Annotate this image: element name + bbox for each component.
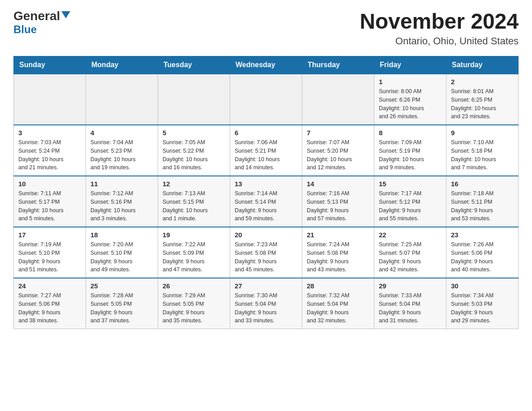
- day-number: 16: [451, 180, 514, 188]
- calendar-week-2: 10Sunrise: 7:11 AM Sunset: 5:17 PM Dayli…: [14, 176, 519, 227]
- day-info: Sunrise: 7:23 AM Sunset: 5:08 PM Dayligh…: [235, 240, 297, 274]
- day-info: Sunrise: 7:34 AM Sunset: 5:03 PM Dayligh…: [451, 291, 514, 325]
- day-info: Sunrise: 7:10 AM Sunset: 5:18 PM Dayligh…: [451, 138, 514, 172]
- calendar-cell: 4Sunrise: 7:04 AM Sunset: 5:23 PM Daylig…: [86, 125, 158, 176]
- calendar-cell: 24Sunrise: 7:27 AM Sunset: 5:06 PM Dayli…: [14, 278, 86, 329]
- day-number: 6: [235, 129, 297, 137]
- calendar-cell: 17Sunrise: 7:19 AM Sunset: 5:10 PM Dayli…: [14, 227, 86, 278]
- day-number: 28: [307, 282, 369, 290]
- day-info: Sunrise: 7:27 AM Sunset: 5:06 PM Dayligh…: [18, 291, 81, 325]
- calendar-cell: 10Sunrise: 7:11 AM Sunset: 5:17 PM Dayli…: [14, 176, 86, 227]
- day-info: Sunrise: 7:28 AM Sunset: 5:05 PM Dayligh…: [90, 291, 153, 325]
- day-info: Sunrise: 7:26 AM Sunset: 5:06 PM Dayligh…: [451, 240, 514, 274]
- day-info: Sunrise: 7:05 AM Sunset: 5:22 PM Dayligh…: [163, 138, 225, 172]
- day-number: 10: [18, 180, 81, 188]
- page-title: November 2024: [360, 9, 519, 34]
- calendar-week-3: 17Sunrise: 7:19 AM Sunset: 5:10 PM Dayli…: [14, 227, 519, 278]
- day-number: 22: [379, 231, 442, 239]
- day-info: Sunrise: 7:14 AM Sunset: 5:14 PM Dayligh…: [235, 189, 297, 223]
- calendar-week-1: 3Sunrise: 7:03 AM Sunset: 5:24 PM Daylig…: [14, 125, 519, 176]
- calendar-cell: 28Sunrise: 7:32 AM Sunset: 5:04 PM Dayli…: [302, 278, 374, 329]
- day-number: 1: [379, 78, 442, 86]
- header-wednesday: Wednesday: [230, 56, 302, 74]
- calendar-cell: 15Sunrise: 7:17 AM Sunset: 5:12 PM Dayli…: [374, 176, 446, 227]
- day-info: Sunrise: 7:09 AM Sunset: 5:19 PM Dayligh…: [379, 138, 442, 172]
- day-info: Sunrise: 7:33 AM Sunset: 5:04 PM Dayligh…: [379, 291, 442, 325]
- day-info: Sunrise: 7:18 AM Sunset: 5:11 PM Dayligh…: [451, 189, 514, 223]
- day-number: 7: [307, 129, 369, 137]
- day-info: Sunrise: 8:00 AM Sunset: 6:26 PM Dayligh…: [379, 87, 442, 121]
- calendar-cell: 26Sunrise: 7:29 AM Sunset: 5:05 PM Dayli…: [158, 278, 230, 329]
- calendar-cell: 16Sunrise: 7:18 AM Sunset: 5:11 PM Dayli…: [446, 176, 519, 227]
- day-info: Sunrise: 7:04 AM Sunset: 5:23 PM Dayligh…: [90, 138, 153, 172]
- day-info: Sunrise: 7:24 AM Sunset: 5:08 PM Dayligh…: [307, 240, 369, 274]
- logo-blue-text: Blue: [13, 23, 37, 36]
- day-info: Sunrise: 7:19 AM Sunset: 5:10 PM Dayligh…: [18, 240, 81, 274]
- day-number: 20: [235, 231, 297, 239]
- calendar-week-0: 1Sunrise: 8:00 AM Sunset: 6:26 PM Daylig…: [14, 74, 519, 125]
- day-info: Sunrise: 7:03 AM Sunset: 5:24 PM Dayligh…: [18, 138, 81, 172]
- day-number: 5: [163, 129, 225, 137]
- header-friday: Friday: [374, 56, 446, 74]
- day-info: Sunrise: 7:22 AM Sunset: 5:09 PM Dayligh…: [163, 240, 225, 274]
- page-subtitle: Ontario, Ohio, United States: [360, 35, 519, 47]
- day-info: Sunrise: 8:01 AM Sunset: 6:25 PM Dayligh…: [451, 87, 514, 121]
- day-info: Sunrise: 7:32 AM Sunset: 5:04 PM Dayligh…: [307, 291, 369, 325]
- day-info: Sunrise: 7:17 AM Sunset: 5:12 PM Dayligh…: [379, 189, 442, 223]
- day-number: 29: [379, 282, 442, 290]
- day-info: Sunrise: 7:11 AM Sunset: 5:17 PM Dayligh…: [18, 189, 81, 223]
- calendar-cell: [86, 74, 158, 125]
- logo: General Blue: [13, 9, 70, 36]
- day-number: 15: [379, 180, 442, 188]
- calendar-cell: 7Sunrise: 7:07 AM Sunset: 5:20 PM Daylig…: [302, 125, 374, 176]
- calendar-cell: 3Sunrise: 7:03 AM Sunset: 5:24 PM Daylig…: [14, 125, 86, 176]
- calendar-cell: 13Sunrise: 7:14 AM Sunset: 5:14 PM Dayli…: [230, 176, 302, 227]
- calendar-week-4: 24Sunrise: 7:27 AM Sunset: 5:06 PM Dayli…: [14, 278, 519, 329]
- calendar-cell: 23Sunrise: 7:26 AM Sunset: 5:06 PM Dayli…: [446, 227, 519, 278]
- day-number: 13: [235, 180, 297, 188]
- calendar-cell: 18Sunrise: 7:20 AM Sunset: 5:10 PM Dayli…: [86, 227, 158, 278]
- day-info: Sunrise: 7:25 AM Sunset: 5:07 PM Dayligh…: [379, 240, 442, 274]
- day-number: 17: [18, 231, 81, 239]
- calendar-cell: 11Sunrise: 7:12 AM Sunset: 5:16 PM Dayli…: [86, 176, 158, 227]
- day-number: 12: [163, 180, 225, 188]
- day-number: 21: [307, 231, 369, 239]
- day-number: 4: [90, 129, 153, 137]
- calendar-cell: 30Sunrise: 7:34 AM Sunset: 5:03 PM Dayli…: [446, 278, 519, 329]
- calendar-header-row: Sunday Monday Tuesday Wednesday Thursday…: [14, 56, 519, 74]
- calendar-cell: 27Sunrise: 7:30 AM Sunset: 5:04 PM Dayli…: [230, 278, 302, 329]
- calendar-cell: [158, 74, 230, 125]
- day-info: Sunrise: 7:16 AM Sunset: 5:13 PM Dayligh…: [307, 189, 369, 223]
- day-number: 24: [18, 282, 81, 290]
- day-info: Sunrise: 7:06 AM Sunset: 5:21 PM Dayligh…: [235, 138, 297, 172]
- calendar-cell: 12Sunrise: 7:13 AM Sunset: 5:15 PM Dayli…: [158, 176, 230, 227]
- header-monday: Monday: [86, 56, 158, 74]
- day-info: Sunrise: 7:29 AM Sunset: 5:05 PM Dayligh…: [163, 291, 225, 325]
- calendar-cell: 9Sunrise: 7:10 AM Sunset: 5:18 PM Daylig…: [446, 125, 519, 176]
- header-sunday: Sunday: [14, 56, 86, 74]
- calendar-cell: 21Sunrise: 7:24 AM Sunset: 5:08 PM Dayli…: [302, 227, 374, 278]
- calendar-cell: 29Sunrise: 7:33 AM Sunset: 5:04 PM Dayli…: [374, 278, 446, 329]
- calendar-cell: [14, 74, 86, 125]
- calendar-cell: 1Sunrise: 8:00 AM Sunset: 6:26 PM Daylig…: [374, 74, 446, 125]
- header-saturday: Saturday: [446, 56, 519, 74]
- header-thursday: Thursday: [302, 56, 374, 74]
- calendar-cell: 6Sunrise: 7:06 AM Sunset: 5:21 PM Daylig…: [230, 125, 302, 176]
- day-number: 30: [451, 282, 514, 290]
- day-number: 19: [163, 231, 225, 239]
- calendar-cell: 20Sunrise: 7:23 AM Sunset: 5:08 PM Dayli…: [230, 227, 302, 278]
- logo-general-text: General: [13, 9, 60, 23]
- day-number: 3: [18, 129, 81, 137]
- calendar-cell: 2Sunrise: 8:01 AM Sunset: 6:25 PM Daylig…: [446, 74, 519, 125]
- day-info: Sunrise: 7:13 AM Sunset: 5:15 PM Dayligh…: [163, 189, 225, 223]
- calendar-cell: 22Sunrise: 7:25 AM Sunset: 5:07 PM Dayli…: [374, 227, 446, 278]
- calendar-cell: 19Sunrise: 7:22 AM Sunset: 5:09 PM Dayli…: [158, 227, 230, 278]
- day-info: Sunrise: 7:07 AM Sunset: 5:20 PM Dayligh…: [307, 138, 369, 172]
- day-info: Sunrise: 7:20 AM Sunset: 5:10 PM Dayligh…: [90, 240, 153, 274]
- header-tuesday: Tuesday: [158, 56, 230, 74]
- title-area: November 2024 Ontario, Ohio, United Stat…: [360, 9, 519, 47]
- calendar-cell: [230, 74, 302, 125]
- svg-marker-0: [61, 11, 70, 18]
- day-number: 11: [90, 180, 153, 188]
- day-number: 26: [163, 282, 225, 290]
